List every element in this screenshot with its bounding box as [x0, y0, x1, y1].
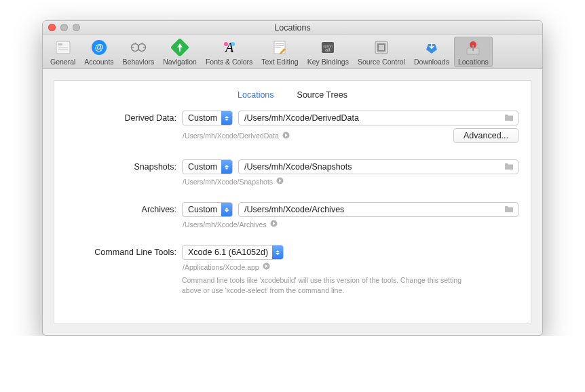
- fonts-colors-icon: A: [220, 38, 239, 57]
- stepper-caret-icon: [272, 246, 283, 259]
- clt-select[interactable]: Xcode 6.1 (6A1052d): [182, 245, 284, 260]
- stepper-caret-icon: [221, 203, 232, 216]
- archives-path-value: /Users/mh/Xcode/Archives: [244, 205, 344, 214]
- preferences-toolbar: General @ Accounts Behaviors Navigation …: [43, 35, 542, 69]
- tab-locations[interactable]: Locations: [238, 90, 274, 100]
- svg-rect-21: [379, 45, 384, 50]
- titlebar: Locations: [43, 21, 542, 35]
- toolbar-label: Navigation: [163, 58, 197, 66]
- key-bindings-icon: optionalt: [318, 38, 337, 57]
- general-icon: [54, 38, 73, 57]
- clt-label: Command Line Tools:: [67, 245, 182, 257]
- toolbar-source-control[interactable]: Source Control: [354, 37, 409, 67]
- source-control-icon: [372, 38, 391, 57]
- toolbar-general[interactable]: General: [46, 37, 79, 67]
- svg-point-11: [231, 42, 235, 46]
- stepper-caret-icon: [221, 111, 232, 125]
- toolbar-label: Source Control: [358, 58, 405, 66]
- reveal-arrow-icon[interactable]: [263, 262, 270, 271]
- toolbar-label: Accounts: [84, 58, 113, 66]
- window-title: Locations: [43, 23, 542, 33]
- toolbar-key-bindings[interactable]: optionalt Key Bindings: [303, 37, 353, 67]
- archives-select-value: Custom: [183, 205, 221, 214]
- text-editing-icon: [270, 38, 289, 57]
- reveal-arrow-icon[interactable]: [270, 220, 278, 229]
- derived-data-select[interactable]: Custom: [182, 111, 233, 125]
- svg-rect-24: [472, 45, 474, 51]
- toolbar-behaviors[interactable]: Behaviors: [119, 37, 159, 67]
- toolbar-label: Downloads: [414, 58, 449, 66]
- toolbar-accounts[interactable]: @ Accounts: [80, 37, 117, 67]
- derived-data-path-value: /Users/mh/Xcode/DerivedData: [244, 113, 359, 123]
- snapshots-label: Snapshots:: [67, 159, 182, 172]
- clt-subpath: /Applications/Xcode.app: [183, 263, 259, 271]
- toolbar-downloads[interactable]: Downloads: [410, 37, 453, 67]
- toolbar-label: Key Bindings: [307, 58, 349, 66]
- toolbar-label: Fonts & Colors: [206, 58, 252, 66]
- snapshots-path-field[interactable]: /Users/mh/Xcode/Snapshots: [238, 159, 518, 174]
- toolbar-label: Locations: [458, 58, 489, 66]
- svg-rect-2: [58, 47, 68, 47]
- snapshots-subpath: /Users/mh/Xcode/Snapshots: [183, 178, 273, 186]
- snapshots-select-value: Custom: [183, 162, 221, 172]
- toolbar-text-editing[interactable]: Text Editing: [257, 37, 302, 67]
- accounts-icon: @: [90, 38, 109, 57]
- archives-label: Archives:: [67, 202, 182, 214]
- preferences-window: Locations General @ Accounts Behaviors N…: [42, 20, 543, 336]
- content-panel: Locations Source Trees Derived Data: Cus…: [54, 80, 531, 324]
- toolbar-fonts-colors[interactable]: A Fonts & Colors: [202, 37, 257, 67]
- advanced-button[interactable]: Advanced...: [453, 128, 518, 143]
- folder-icon[interactable]: [504, 205, 514, 215]
- svg-rect-13: [276, 43, 284, 44]
- svg-rect-1: [58, 43, 62, 45]
- svg-text:alt: alt: [326, 47, 331, 52]
- subtabs: Locations Source Trees: [67, 87, 518, 111]
- archives-subpath: /Users/mh/Xcode/Archives: [183, 220, 267, 229]
- svg-rect-15: [276, 47, 281, 48]
- snapshots-select[interactable]: Custom: [182, 159, 233, 174]
- folder-icon[interactable]: [504, 113, 514, 123]
- derived-data-path-field[interactable]: /Users/mh/Xcode/DerivedData: [238, 111, 518, 125]
- toolbar-label: Text Editing: [261, 58, 298, 66]
- toolbar-label: Behaviors: [123, 58, 155, 66]
- archives-path-field[interactable]: /Users/mh/Xcode/Archives: [238, 202, 518, 217]
- reveal-arrow-icon[interactable]: [282, 132, 290, 140]
- snapshots-path-value: /Users/mh/Xcode/Snapshots: [244, 162, 352, 172]
- derived-data-label: Derived Data:: [67, 111, 182, 123]
- clt-hint: Command line tools like 'xcodebuild' wil…: [182, 274, 474, 296]
- downloads-icon: [422, 38, 441, 57]
- stepper-caret-icon: [221, 160, 232, 174]
- toolbar-label: General: [50, 58, 75, 66]
- locations-icon: [464, 38, 483, 57]
- archives-select[interactable]: Custom: [182, 202, 233, 217]
- navigation-icon: [170, 38, 189, 57]
- svg-rect-14: [276, 45, 284, 46]
- toolbar-locations[interactable]: Locations: [454, 37, 493, 67]
- svg-rect-3: [58, 49, 68, 50]
- behaviors-icon: [129, 38, 148, 57]
- svg-point-10: [224, 42, 228, 46]
- tab-source-trees[interactable]: Source Trees: [297, 90, 347, 100]
- svg-text:@: @: [95, 42, 104, 52]
- clt-select-value: Xcode 6.1 (6A1052d): [183, 248, 272, 257]
- derived-data-subpath: /Users/mh/Xcode/DerivedData: [183, 132, 279, 140]
- reveal-arrow-icon[interactable]: [276, 177, 284, 186]
- folder-icon[interactable]: [504, 162, 514, 172]
- derived-data-select-value: Custom: [183, 113, 221, 123]
- toolbar-navigation[interactable]: Navigation: [159, 37, 201, 67]
